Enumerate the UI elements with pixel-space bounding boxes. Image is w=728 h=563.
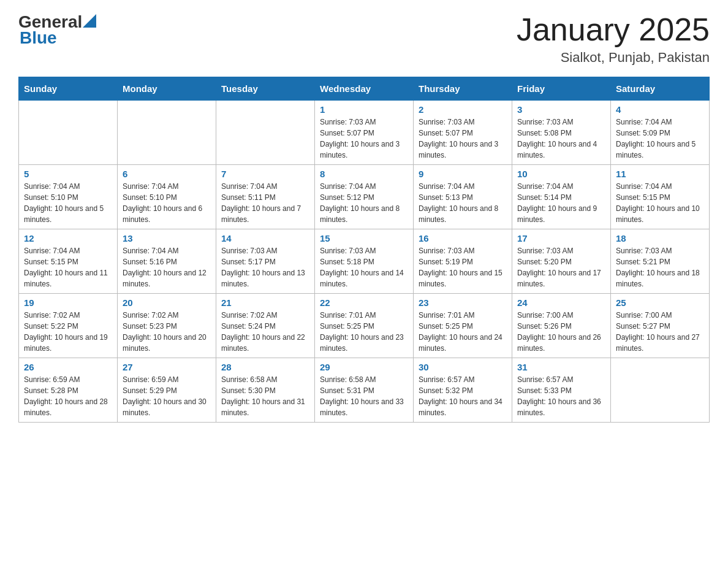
day-number: 30 [419,362,507,372]
day-number: 18 [616,233,704,243]
day-number: 31 [517,362,605,372]
calendar-header-friday: Friday [512,77,611,101]
day-info: Sunrise: 7:04 AMSunset: 5:13 PMDaylight:… [419,181,507,225]
svg-marker-0 [83,14,96,28]
day-info: Sunrise: 7:03 AMSunset: 5:21 PMDaylight:… [616,245,704,289]
day-info: Sunrise: 7:04 AMSunset: 5:15 PMDaylight:… [24,245,112,289]
calendar-cell: 5Sunrise: 7:04 AMSunset: 5:10 PMDaylight… [19,165,118,229]
calendar-cell: 4Sunrise: 7:04 AMSunset: 5:09 PMDaylight… [611,101,710,165]
day-info: Sunrise: 7:03 AMSunset: 5:07 PMDaylight:… [419,117,507,161]
day-number: 28 [221,362,309,372]
day-number: 17 [517,233,605,243]
day-number: 13 [123,233,211,243]
calendar-header-tuesday: Tuesday [216,77,315,101]
calendar-cell: 13Sunrise: 7:04 AMSunset: 5:16 PMDayligh… [118,229,216,294]
calendar-cell: 12Sunrise: 7:04 AMSunset: 5:15 PMDayligh… [19,229,118,294]
day-number: 2 [419,104,507,115]
day-number: 7 [221,169,309,179]
title-section: January 2025 Sialkot, Punjab, Pakistan [517,12,710,66]
day-number: 19 [24,297,112,308]
day-number: 11 [616,169,704,179]
page-subtitle: Sialkot, Punjab, Pakistan [517,50,710,66]
day-info: Sunrise: 7:04 AMSunset: 5:15 PMDaylight:… [616,181,704,225]
day-number: 4 [616,104,704,115]
day-number: 14 [221,233,309,243]
day-info: Sunrise: 6:59 AMSunset: 5:28 PMDaylight:… [24,374,112,418]
day-info: Sunrise: 7:02 AMSunset: 5:24 PMDaylight:… [221,310,309,354]
day-number: 16 [419,233,507,243]
logo-blue-text: Blue [20,28,57,48]
day-info: Sunrise: 6:57 AMSunset: 5:32 PMDaylight:… [419,374,507,418]
day-info: Sunrise: 7:03 AMSunset: 5:19 PMDaylight:… [419,245,507,289]
calendar-cell: 11Sunrise: 7:04 AMSunset: 5:15 PMDayligh… [611,165,710,229]
calendar-header-wednesday: Wednesday [315,77,414,101]
day-info: Sunrise: 7:01 AMSunset: 5:25 PMDaylight:… [320,310,408,354]
calendar-cell: 15Sunrise: 7:03 AMSunset: 5:18 PMDayligh… [315,229,414,294]
calendar-header-thursday: Thursday [414,77,512,101]
calendar-cell: 3Sunrise: 7:03 AMSunset: 5:08 PMDaylight… [512,101,611,165]
day-number: 22 [320,297,408,308]
calendar-cell: 18Sunrise: 7:03 AMSunset: 5:21 PMDayligh… [611,229,710,294]
calendar-cell: 24Sunrise: 7:00 AMSunset: 5:26 PMDayligh… [512,294,611,358]
day-info: Sunrise: 7:03 AMSunset: 5:18 PMDaylight:… [320,245,408,289]
day-info: Sunrise: 7:01 AMSunset: 5:25 PMDaylight:… [419,310,507,354]
day-number: 23 [419,297,507,308]
day-number: 8 [320,169,408,179]
day-info: Sunrise: 6:58 AMSunset: 5:31 PMDaylight:… [320,374,408,418]
day-info: Sunrise: 7:04 AMSunset: 5:10 PMDaylight:… [24,181,112,225]
day-number: 15 [320,233,408,243]
week-row-1: 1Sunrise: 7:03 AMSunset: 5:07 PMDaylight… [19,101,710,165]
day-info: Sunrise: 7:04 AMSunset: 5:14 PMDaylight:… [517,181,605,225]
calendar-cell: 2Sunrise: 7:03 AMSunset: 5:07 PMDaylight… [414,101,512,165]
day-number: 26 [24,362,112,372]
logo: General Blue [18,12,96,48]
day-number: 12 [24,233,112,243]
day-number: 20 [123,297,211,308]
week-row-5: 26Sunrise: 6:59 AMSunset: 5:28 PMDayligh… [19,358,710,423]
day-info: Sunrise: 7:02 AMSunset: 5:22 PMDaylight:… [24,310,112,354]
day-info: Sunrise: 7:03 AMSunset: 5:20 PMDaylight:… [517,245,605,289]
calendar-cell: 30Sunrise: 6:57 AMSunset: 5:32 PMDayligh… [414,358,512,423]
day-number: 1 [320,104,408,115]
calendar-cell: 6Sunrise: 7:04 AMSunset: 5:10 PMDaylight… [118,165,216,229]
calendar-cell: 26Sunrise: 6:59 AMSunset: 5:28 PMDayligh… [19,358,118,423]
day-info: Sunrise: 7:02 AMSunset: 5:23 PMDaylight:… [123,310,211,354]
week-row-3: 12Sunrise: 7:04 AMSunset: 5:15 PMDayligh… [19,229,710,294]
calendar-cell: 23Sunrise: 7:01 AMSunset: 5:25 PMDayligh… [414,294,512,358]
day-number: 29 [320,362,408,372]
calendar-cell: 17Sunrise: 7:03 AMSunset: 5:20 PMDayligh… [512,229,611,294]
calendar-cell: 7Sunrise: 7:04 AMSunset: 5:11 PMDaylight… [216,165,315,229]
day-number: 21 [221,297,309,308]
calendar-cell: 31Sunrise: 6:57 AMSunset: 5:33 PMDayligh… [512,358,611,423]
calendar-cell: 1Sunrise: 7:03 AMSunset: 5:07 PMDaylight… [315,101,414,165]
day-number: 9 [419,169,507,179]
calendar-cell [19,101,118,165]
calendar-cell: 14Sunrise: 7:03 AMSunset: 5:17 PMDayligh… [216,229,315,294]
calendar-cell: 19Sunrise: 7:02 AMSunset: 5:22 PMDayligh… [19,294,118,358]
day-info: Sunrise: 7:03 AMSunset: 5:07 PMDaylight:… [320,117,408,161]
calendar-cell: 27Sunrise: 6:59 AMSunset: 5:29 PMDayligh… [118,358,216,423]
day-info: Sunrise: 7:04 AMSunset: 5:09 PMDaylight:… [616,117,704,161]
logo-triangle-icon [83,14,96,28]
day-info: Sunrise: 7:00 AMSunset: 5:27 PMDaylight:… [616,310,704,354]
calendar-cell: 22Sunrise: 7:01 AMSunset: 5:25 PMDayligh… [315,294,414,358]
calendar-cell: 29Sunrise: 6:58 AMSunset: 5:31 PMDayligh… [315,358,414,423]
calendar-header-sunday: Sunday [19,77,118,101]
calendar-cell: 10Sunrise: 7:04 AMSunset: 5:14 PMDayligh… [512,165,611,229]
calendar-cell: 20Sunrise: 7:02 AMSunset: 5:23 PMDayligh… [118,294,216,358]
day-info: Sunrise: 7:00 AMSunset: 5:26 PMDaylight:… [517,310,605,354]
calendar-cell: 28Sunrise: 6:58 AMSunset: 5:30 PMDayligh… [216,358,315,423]
day-info: Sunrise: 6:59 AMSunset: 5:29 PMDaylight:… [123,374,211,418]
day-info: Sunrise: 7:03 AMSunset: 5:17 PMDaylight:… [221,245,309,289]
day-number: 5 [24,169,112,179]
calendar-header-saturday: Saturday [611,77,710,101]
calendar-header-monday: Monday [118,77,216,101]
calendar-cell: 16Sunrise: 7:03 AMSunset: 5:19 PMDayligh… [414,229,512,294]
page-title: January 2025 [517,12,710,47]
week-row-4: 19Sunrise: 7:02 AMSunset: 5:22 PMDayligh… [19,294,710,358]
calendar-cell: 8Sunrise: 7:04 AMSunset: 5:12 PMDaylight… [315,165,414,229]
day-info: Sunrise: 7:04 AMSunset: 5:16 PMDaylight:… [123,245,211,289]
calendar-cell [216,101,315,165]
calendar-cell [118,101,216,165]
week-row-2: 5Sunrise: 7:04 AMSunset: 5:10 PMDaylight… [19,165,710,229]
